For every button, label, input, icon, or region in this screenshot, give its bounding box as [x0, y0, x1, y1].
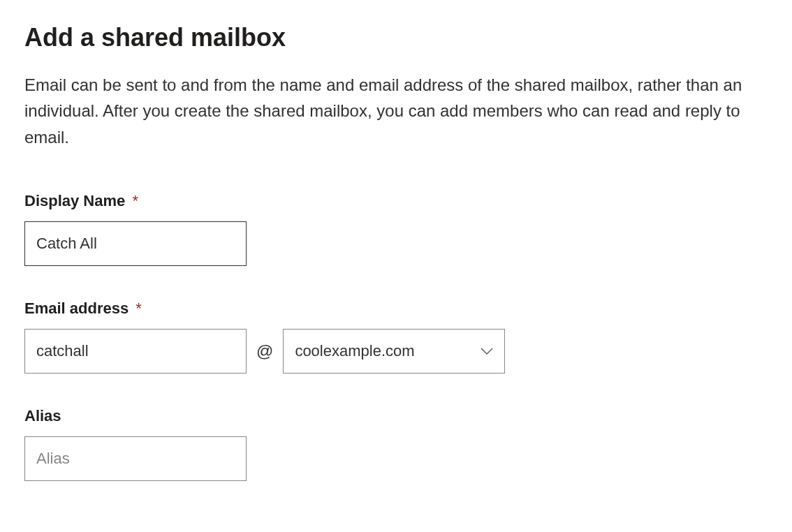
email-address-field-group: Email address * @ coolexample.com: [24, 300, 768, 374]
alias-label-text: Alias: [24, 407, 61, 424]
email-domain-select[interactable]: coolexample.com: [283, 329, 505, 374]
display-name-input[interactable]: [24, 221, 247, 266]
alias-label: Alias: [24, 407, 768, 425]
email-address-label: Email address *: [24, 300, 768, 318]
alias-input[interactable]: [24, 436, 247, 481]
email-row: @ coolexample.com: [24, 329, 768, 374]
page-description: Email can be sent to and from the name a…: [24, 72, 765, 150]
alias-field-group: Alias: [24, 407, 768, 481]
display-name-field-group: Display Name *: [24, 192, 768, 266]
email-local-input[interactable]: [24, 329, 247, 374]
required-indicator: *: [135, 300, 142, 317]
display-name-label-text: Display Name: [24, 192, 125, 209]
display-name-label: Display Name *: [24, 192, 768, 210]
at-symbol: @: [256, 341, 273, 361]
email-address-label-text: Email address: [24, 300, 129, 317]
email-domain-value: coolexample.com: [295, 342, 481, 360]
page-title: Add a shared mailbox: [24, 22, 768, 52]
required-indicator: *: [132, 192, 138, 209]
chevron-down-icon: [481, 345, 493, 357]
